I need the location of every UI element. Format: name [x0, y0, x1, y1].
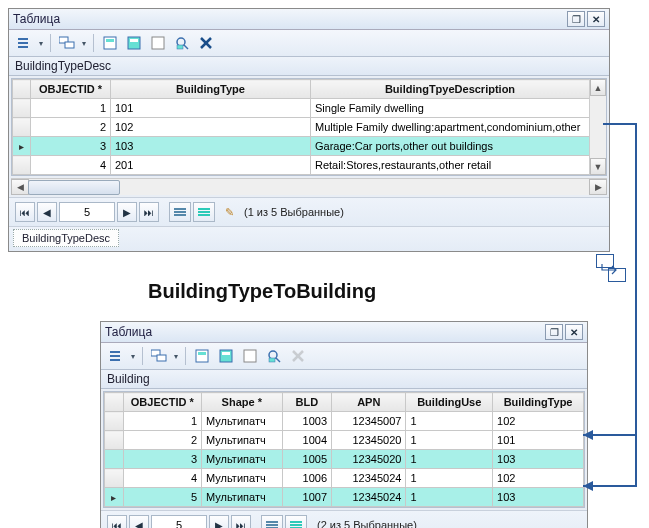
dropdown-icon[interactable]: ▾: [37, 39, 45, 48]
close-button[interactable]: ✕: [565, 324, 583, 340]
record-position-input[interactable]: [151, 515, 207, 528]
table-row[interactable]: 4Мультипатч1006123450241102: [105, 469, 584, 488]
row-selector[interactable]: [105, 412, 124, 431]
row-selector[interactable]: [105, 488, 124, 507]
cell-objectid[interactable]: 2: [31, 118, 111, 137]
cell-objectid[interactable]: 1: [123, 412, 201, 431]
scroll-right-icon[interactable]: ▶: [589, 179, 607, 195]
horizontal-scrollbar[interactable]: ◀ ▶: [11, 178, 607, 195]
cell-buildingtype[interactable]: 101: [493, 431, 584, 450]
cell-objectid[interactable]: 2: [123, 431, 201, 450]
switch-selection-button[interactable]: [123, 32, 145, 54]
first-record-button[interactable]: ⏮: [107, 515, 127, 528]
row-selector[interactable]: [13, 137, 31, 156]
cell-buildingtype[interactable]: 103: [493, 450, 584, 469]
row-selector[interactable]: [13, 156, 31, 175]
clear-selection-button[interactable]: [147, 32, 169, 54]
column-header[interactable]: Shape *: [202, 393, 283, 412]
table-tab[interactable]: BuildingTypeDesc: [13, 229, 119, 247]
row-selector[interactable]: [13, 118, 31, 137]
table-row[interactable]: 2Мультипатч1004123450201101: [105, 431, 584, 450]
prev-record-button[interactable]: ◀: [129, 515, 149, 528]
cell-buildinguse[interactable]: 1: [406, 488, 493, 507]
cell-objectid[interactable]: 4: [123, 469, 201, 488]
table-row[interactable]: 2102Multiple Family dwelling:apartment,c…: [13, 118, 590, 137]
last-record-button[interactable]: ⏭: [139, 202, 159, 222]
select-by-attributes-button[interactable]: [99, 32, 121, 54]
cell-shape[interactable]: Мультипатч: [202, 431, 283, 450]
cell-buildingtype[interactable]: 101: [111, 99, 311, 118]
table-row[interactable]: 3103Garage:Car ports,other out buildings: [13, 137, 590, 156]
row-selector[interactable]: [105, 431, 124, 450]
restore-button[interactable]: ❐: [545, 324, 563, 340]
cell-bld[interactable]: 1003: [282, 412, 332, 431]
table-row[interactable]: 5Мультипатч1007123450241103: [105, 488, 584, 507]
dropdown-icon[interactable]: ▾: [129, 352, 137, 361]
cell-buildingtype[interactable]: 103: [493, 488, 584, 507]
column-header[interactable]: OBJECTID *: [31, 80, 111, 99]
cell-buildinguse[interactable]: 1: [406, 431, 493, 450]
table-row[interactable]: 1Мультипатч1003123450071102: [105, 412, 584, 431]
cell-bld[interactable]: 1006: [282, 469, 332, 488]
zoom-selected-button[interactable]: [263, 345, 285, 367]
cell-apn[interactable]: 12345007: [332, 412, 406, 431]
table-row[interactable]: 1101Single Family dwelling: [13, 99, 590, 118]
cell-shape[interactable]: Мультипатч: [202, 450, 283, 469]
zoom-selected-button[interactable]: [171, 32, 193, 54]
column-header[interactable]: BuildingUse: [406, 393, 493, 412]
cell-buildingtype[interactable]: 201: [111, 156, 311, 175]
delete-button[interactable]: [195, 32, 217, 54]
cell-bld[interactable]: 1005: [282, 450, 332, 469]
data-grid[interactable]: OBJECTID * BuildingType BuildingTpyeDesc…: [12, 79, 590, 175]
first-record-button[interactable]: ⏮: [15, 202, 35, 222]
prev-record-button[interactable]: ◀: [37, 202, 57, 222]
cell-description[interactable]: Retail:Stores,restaurants,other retail: [311, 156, 590, 175]
next-record-button[interactable]: ▶: [117, 202, 137, 222]
cell-objectid[interactable]: 5: [123, 488, 201, 507]
dropdown-icon[interactable]: ▾: [172, 352, 180, 361]
cell-bld[interactable]: 1004: [282, 431, 332, 450]
cell-objectid[interactable]: 4: [31, 156, 111, 175]
cell-buildinguse[interactable]: 1: [406, 412, 493, 431]
cell-description[interactable]: Garage:Car ports,other out buildings: [311, 137, 590, 156]
close-button[interactable]: ✕: [587, 11, 605, 27]
scroll-down-icon[interactable]: ▼: [590, 158, 606, 175]
cell-buildinguse[interactable]: 1: [406, 450, 493, 469]
column-header[interactable]: BuildingTpyeDescription: [311, 80, 590, 99]
table-options-button[interactable]: [105, 345, 127, 367]
cell-description[interactable]: Multiple Family dwelling:apartment,condo…: [311, 118, 590, 137]
scroll-left-icon[interactable]: ◀: [11, 179, 29, 195]
cell-apn[interactable]: 12345024: [332, 488, 406, 507]
cell-description[interactable]: Single Family dwelling: [311, 99, 590, 118]
cell-buildinguse[interactable]: 1: [406, 469, 493, 488]
column-header[interactable]: BLD: [282, 393, 332, 412]
cell-shape[interactable]: Мультипатч: [202, 488, 283, 507]
cell-buildingtype[interactable]: 102: [493, 412, 584, 431]
dropdown-icon[interactable]: ▾: [80, 39, 88, 48]
cell-objectid[interactable]: 1: [31, 99, 111, 118]
cell-bld[interactable]: 1007: [282, 488, 332, 507]
last-record-button[interactable]: ⏭: [231, 515, 251, 528]
show-selected-records-button[interactable]: [285, 515, 307, 528]
next-record-button[interactable]: ▶: [209, 515, 229, 528]
related-tables-button[interactable]: [148, 345, 170, 367]
cell-apn[interactable]: 12345024: [332, 469, 406, 488]
cell-buildingtype[interactable]: 103: [111, 137, 311, 156]
scroll-thumb[interactable]: [28, 180, 120, 195]
select-by-attributes-button[interactable]: [191, 345, 213, 367]
cell-objectid[interactable]: 3: [123, 450, 201, 469]
column-header[interactable]: BuildingType: [111, 80, 311, 99]
switch-selection-button[interactable]: [215, 345, 237, 367]
show-all-records-button[interactable]: [261, 515, 283, 528]
show-all-records-button[interactable]: [169, 202, 191, 222]
restore-button[interactable]: ❐: [567, 11, 585, 27]
table-options-button[interactable]: [13, 32, 35, 54]
cell-apn[interactable]: 12345020: [332, 450, 406, 469]
scroll-up-icon[interactable]: ▲: [590, 79, 606, 96]
table-row[interactable]: 4201Retail:Stores,restaurants,other reta…: [13, 156, 590, 175]
cell-objectid[interactable]: 3: [31, 137, 111, 156]
show-selected-records-button[interactable]: [193, 202, 215, 222]
clear-selection-button[interactable]: [239, 345, 261, 367]
cell-shape[interactable]: Мультипатч: [202, 412, 283, 431]
row-selector-header[interactable]: [13, 80, 31, 99]
